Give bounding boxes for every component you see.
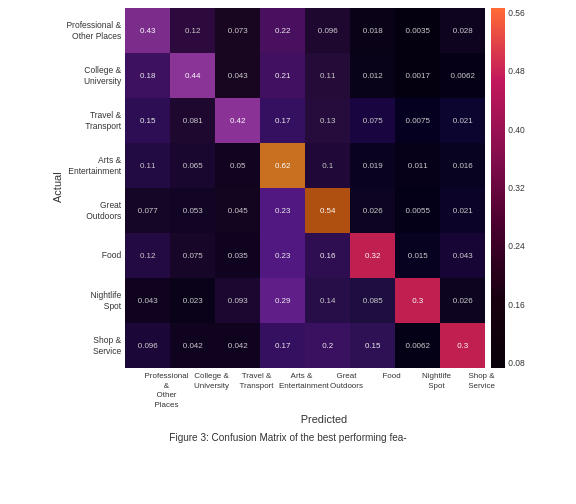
- heatmap-cell: 0.045: [215, 188, 260, 233]
- heatmap-cell: 0.035: [215, 233, 260, 278]
- y-labels-container: Professional &Other PlacesCollege &Unive…: [65, 8, 125, 368]
- heatmap-cell: 0.11: [125, 143, 170, 188]
- heatmap-cell: 0.11: [305, 53, 350, 98]
- heatmap-cell: 0.023: [170, 278, 215, 323]
- heatmap-cell: 0.081: [170, 98, 215, 143]
- heatmap-cell: 0.42: [215, 98, 260, 143]
- main-container: Actual Professional &Other PlacesCollege…: [0, 0, 576, 504]
- heatmap-cell: 0.075: [350, 98, 395, 143]
- y-label: Professional &Other Places: [65, 8, 121, 53]
- heatmap-cell: 0.018: [350, 8, 395, 53]
- x-label: GreatOutdoors: [324, 368, 369, 409]
- heatmap-cell: 0.12: [170, 8, 215, 53]
- colorbar-label: 0.08: [508, 358, 525, 368]
- heatmap-cell: 0.073: [215, 8, 260, 53]
- colorbar-label: 0.24: [508, 241, 525, 251]
- heatmap-cell: 0.23: [260, 233, 305, 278]
- x-labels-container: Professional &Other PlacesCollege &Unive…: [144, 368, 504, 409]
- heatmap-cell: 0.32: [350, 233, 395, 278]
- heatmap-cell: 0.54: [305, 188, 350, 233]
- heatmap-cell: 0.2: [305, 323, 350, 368]
- y-axis-label: Actual: [51, 8, 63, 368]
- heatmap-cell: 0.3: [395, 278, 440, 323]
- heatmap-grid: 0.430.120.0730.220.0960.0180.00350.0280.…: [125, 8, 485, 368]
- heatmap-cell: 0.042: [215, 323, 260, 368]
- x-label: Shop &Service: [459, 368, 504, 409]
- heatmap-cell: 0.15: [350, 323, 395, 368]
- heatmap-cell: 0.026: [350, 188, 395, 233]
- colorbar-label: 0.16: [508, 300, 525, 310]
- heatmap-cell: 0.065: [170, 143, 215, 188]
- heatmap-cell: 0.043: [215, 53, 260, 98]
- heatmap-cell: 0.011: [395, 143, 440, 188]
- heatmap-cell: 0.0062: [440, 53, 485, 98]
- heatmap-cell: 0.021: [440, 98, 485, 143]
- x-label: Travel &Transport: [234, 368, 279, 409]
- heatmap-cell: 0.12: [125, 233, 170, 278]
- y-label: Food: [65, 233, 121, 278]
- x-axis-label: Predicted: [301, 413, 347, 425]
- x-label: College &University: [189, 368, 234, 409]
- heatmap-cell: 0.15: [125, 98, 170, 143]
- heatmap-cell: 0.093: [215, 278, 260, 323]
- heatmap-cell: 0.028: [440, 8, 485, 53]
- heatmap-cell: 0.042: [170, 323, 215, 368]
- y-label: NightlifeSpot: [65, 278, 121, 323]
- heatmap-cell: 0.13: [305, 98, 350, 143]
- colorbar-area: 0.560.480.400.320.240.160.08: [491, 8, 525, 368]
- heatmap-cell: 0.0035: [395, 8, 440, 53]
- y-label: Shop &Service: [65, 323, 121, 368]
- heatmap-cell: 0.62: [260, 143, 305, 188]
- heatmap-cell: 0.17: [260, 98, 305, 143]
- grid-and-colorbar: 0.430.120.0730.220.0960.0180.00350.0280.…: [125, 8, 525, 368]
- heatmap-cell: 0.075: [170, 233, 215, 278]
- y-label: GreatOutdoors: [65, 188, 121, 233]
- heatmap-cell: 0.077: [125, 188, 170, 233]
- heatmap-cell: 0.043: [440, 233, 485, 278]
- y-label: Arts &Entertainment: [65, 143, 121, 188]
- heatmap-cell: 0.096: [305, 8, 350, 53]
- heatmap-cell: 0.016: [440, 143, 485, 188]
- x-label: Food: [369, 368, 414, 409]
- heatmap-cell: 0.021: [440, 188, 485, 233]
- x-label: Professional &Other Places: [144, 368, 189, 409]
- y-label: College &University: [65, 53, 121, 98]
- heatmap-cell: 0.043: [125, 278, 170, 323]
- x-label: NightlifeSpot: [414, 368, 459, 409]
- heatmap-cell: 0.0062: [395, 323, 440, 368]
- heatmap-cell: 0.16: [305, 233, 350, 278]
- heatmap-cell: 0.096: [125, 323, 170, 368]
- heatmap-cell: 0.019: [350, 143, 395, 188]
- heatmap-cell: 0.22: [260, 8, 305, 53]
- heatmap-cell: 0.0055: [395, 188, 440, 233]
- colorbar-label: 0.56: [508, 8, 525, 18]
- heatmap-cell: 0.18: [125, 53, 170, 98]
- colorbar: [491, 8, 505, 368]
- chart-area: Actual Professional &Other PlacesCollege…: [51, 8, 525, 368]
- heatmap-cell: 0.21: [260, 53, 305, 98]
- heatmap-cell: 0.0075: [395, 98, 440, 143]
- colorbar-label: 0.32: [508, 183, 525, 193]
- colorbar-label: 0.40: [508, 125, 525, 135]
- heatmap-cell: 0.0017: [395, 53, 440, 98]
- heatmap-cell: 0.29: [260, 278, 305, 323]
- figure-caption: Figure 3: Confusion Matrix of the best p…: [149, 431, 426, 445]
- heatmap-cell: 0.43: [125, 8, 170, 53]
- heatmap-cell: 0.23: [260, 188, 305, 233]
- heatmap-cell: 0.14: [305, 278, 350, 323]
- heatmap-cell: 0.05: [215, 143, 260, 188]
- x-label: Arts &Entertainment: [279, 368, 324, 409]
- colorbar-label: 0.48: [508, 66, 525, 76]
- heatmap-cell: 0.015: [395, 233, 440, 278]
- heatmap-cell: 0.026: [440, 278, 485, 323]
- y-label: Travel &Transport: [65, 98, 121, 143]
- heatmap-cell: 0.1: [305, 143, 350, 188]
- heatmap-cell: 0.44: [170, 53, 215, 98]
- heatmap-cell: 0.012: [350, 53, 395, 98]
- heatmap-cell: 0.085: [350, 278, 395, 323]
- heatmap-cell: 0.3: [440, 323, 485, 368]
- colorbar-labels: 0.560.480.400.320.240.160.08: [508, 8, 525, 368]
- heatmap-cell: 0.053: [170, 188, 215, 233]
- heatmap-cell: 0.17: [260, 323, 305, 368]
